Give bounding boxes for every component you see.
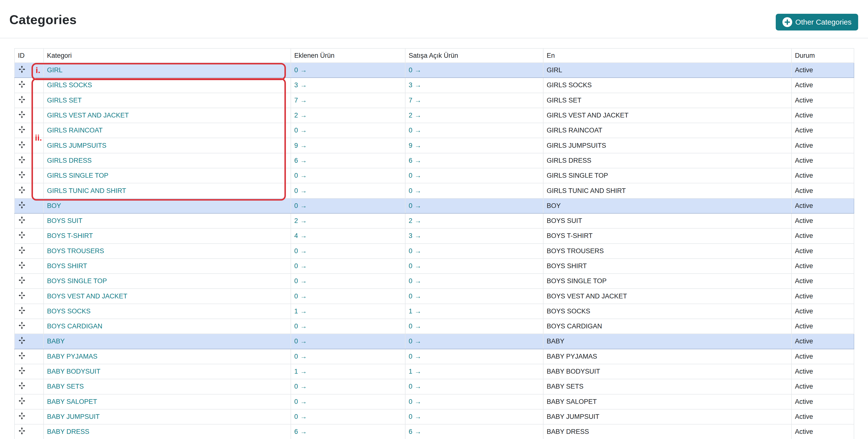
- onsale-products-link[interactable]: 1→: [409, 307, 421, 315]
- onsale-products-link[interactable]: 6→: [409, 157, 421, 164]
- onsale-products-link[interactable]: 0→: [409, 413, 421, 420]
- onsale-products-link[interactable]: 6→: [409, 428, 421, 435]
- row-drag-handle[interactable]: [18, 336, 26, 345]
- onsale-products-link[interactable]: 0→: [409, 277, 421, 284]
- row-drag-handle[interactable]: [18, 381, 26, 390]
- added-products-link[interactable]: 0→: [294, 187, 307, 195]
- category-link[interactable]: GIRLS DRESS: [47, 157, 92, 164]
- category-link[interactable]: BABY PYJAMAS: [47, 353, 97, 360]
- category-link[interactable]: BABY: [47, 337, 65, 345]
- added-products-link[interactable]: 2→: [294, 111, 307, 119]
- onsale-products-link[interactable]: 0→: [409, 323, 421, 330]
- row-drag-handle[interactable]: [18, 125, 26, 134]
- row-drag-handle[interactable]: [18, 427, 26, 435]
- category-link[interactable]: GIRLS SET: [47, 97, 82, 104]
- category-link[interactable]: BOYS SHIRT: [47, 262, 87, 270]
- row-drag-handle[interactable]: [18, 95, 26, 104]
- added-products-link[interactable]: 6→: [294, 157, 307, 164]
- onsale-products-link[interactable]: 9→: [409, 142, 421, 149]
- category-link[interactable]: BOYS SUIT: [47, 217, 83, 225]
- row-drag-handle[interactable]: [18, 186, 26, 194]
- category-link[interactable]: BOYS VEST AND JACKET: [47, 293, 127, 300]
- added-products-link[interactable]: 0→: [294, 202, 307, 209]
- added-products-link[interactable]: 0→: [294, 337, 307, 345]
- row-drag-handle[interactable]: [18, 201, 26, 209]
- category-link[interactable]: BOY: [47, 202, 61, 209]
- onsale-products-link[interactable]: 7→: [409, 97, 421, 104]
- added-products-link[interactable]: 0→: [294, 413, 307, 420]
- category-link[interactable]: BABY SALOPET: [47, 398, 97, 405]
- added-products-link[interactable]: 0→: [294, 353, 307, 360]
- row-drag-handle[interactable]: [18, 351, 26, 360]
- category-link[interactable]: GIRLS JUMPSUITS: [47, 142, 106, 149]
- category-link[interactable]: BOYS TROUSERS: [47, 247, 104, 255]
- category-link[interactable]: BOYS SOCKS: [47, 307, 91, 315]
- row-drag-handle[interactable]: [18, 65, 26, 73]
- row-drag-handle[interactable]: [18, 141, 26, 149]
- row-drag-handle[interactable]: [18, 261, 26, 269]
- category-link[interactable]: BOYS T-SHIRT: [47, 232, 93, 239]
- onsale-products-link[interactable]: 3→: [409, 81, 421, 89]
- added-products-link[interactable]: 0→: [294, 293, 307, 300]
- row-drag-handle[interactable]: [18, 156, 26, 164]
- category-link[interactable]: GIRL: [47, 66, 62, 74]
- onsale-products-link[interactable]: 0→: [409, 172, 421, 179]
- added-products-link[interactable]: 0→: [294, 277, 307, 284]
- row-drag-handle[interactable]: [18, 231, 26, 239]
- added-products-link[interactable]: 3→: [294, 81, 307, 89]
- category-link[interactable]: BABY DRESS: [47, 428, 89, 435]
- category-link[interactable]: BOYS SINGLE TOP: [47, 277, 107, 284]
- row-drag-handle[interactable]: [18, 171, 26, 179]
- onsale-products-link[interactable]: 0→: [409, 383, 421, 390]
- onsale-products-link[interactable]: 2→: [409, 217, 421, 225]
- onsale-products-link[interactable]: 0→: [409, 293, 421, 300]
- row-drag-handle[interactable]: [18, 110, 26, 119]
- onsale-products-link[interactable]: 0→: [409, 66, 421, 74]
- added-products-link[interactable]: 0→: [294, 66, 307, 74]
- added-products-link[interactable]: 0→: [294, 172, 307, 179]
- added-products-link[interactable]: 0→: [294, 247, 307, 255]
- onsale-products-link[interactable]: 0→: [409, 337, 421, 345]
- added-products-link[interactable]: 7→: [294, 97, 307, 104]
- row-drag-handle[interactable]: [18, 246, 26, 255]
- added-products-link[interactable]: 4→: [294, 232, 307, 239]
- row-drag-handle[interactable]: [18, 397, 26, 405]
- onsale-products-link[interactable]: 0→: [409, 262, 421, 270]
- added-products-link[interactable]: 0→: [294, 383, 307, 390]
- onsale-products-link[interactable]: 0→: [409, 247, 421, 255]
- row-drag-handle[interactable]: [18, 276, 26, 284]
- added-products-link[interactable]: 1→: [294, 368, 307, 375]
- onsale-products-link[interactable]: 0→: [409, 353, 421, 360]
- row-drag-handle[interactable]: [18, 321, 26, 330]
- category-link[interactable]: BABY JUMPSUIT: [47, 413, 100, 420]
- onsale-products-link[interactable]: 0→: [409, 202, 421, 209]
- row-drag-handle[interactable]: [18, 291, 26, 300]
- category-link[interactable]: BABY BODYSUIT: [47, 368, 100, 375]
- onsale-products-link[interactable]: 0→: [409, 187, 421, 195]
- category-link[interactable]: GIRLS SINGLE TOP: [47, 172, 108, 179]
- category-link[interactable]: GIRLS SOCKS: [47, 81, 92, 89]
- row-drag-handle[interactable]: [18, 367, 26, 375]
- onsale-products-link[interactable]: 1→: [409, 368, 421, 375]
- other-categories-button[interactable]: Other Categories: [776, 14, 858, 31]
- added-products-link[interactable]: 1→: [294, 307, 307, 315]
- row-drag-handle[interactable]: [18, 216, 26, 224]
- onsale-products-link[interactable]: 0→: [409, 127, 421, 134]
- onsale-products-link[interactable]: 0→: [409, 398, 421, 405]
- category-link[interactable]: GIRLS VEST AND JACKET: [47, 111, 129, 119]
- added-products-link[interactable]: 0→: [294, 323, 307, 330]
- row-drag-handle[interactable]: [18, 412, 26, 420]
- onsale-products-link[interactable]: 2→: [409, 111, 421, 119]
- added-products-link[interactable]: 9→: [294, 142, 307, 149]
- onsale-products-link[interactable]: 3→: [409, 232, 421, 239]
- category-link[interactable]: GIRLS RAINCOAT: [47, 127, 102, 134]
- added-products-link[interactable]: 0→: [294, 398, 307, 405]
- added-products-link[interactable]: 0→: [294, 262, 307, 270]
- category-link[interactable]: BABY SETS: [47, 383, 84, 390]
- added-products-link[interactable]: 0→: [294, 127, 307, 134]
- added-products-link[interactable]: 6→: [294, 428, 307, 435]
- category-link[interactable]: GIRLS TUNIC AND SHIRT: [47, 187, 126, 195]
- added-products-link[interactable]: 2→: [294, 217, 307, 225]
- row-drag-handle[interactable]: [18, 80, 26, 89]
- category-link[interactable]: BOYS CARDIGAN: [47, 323, 102, 330]
